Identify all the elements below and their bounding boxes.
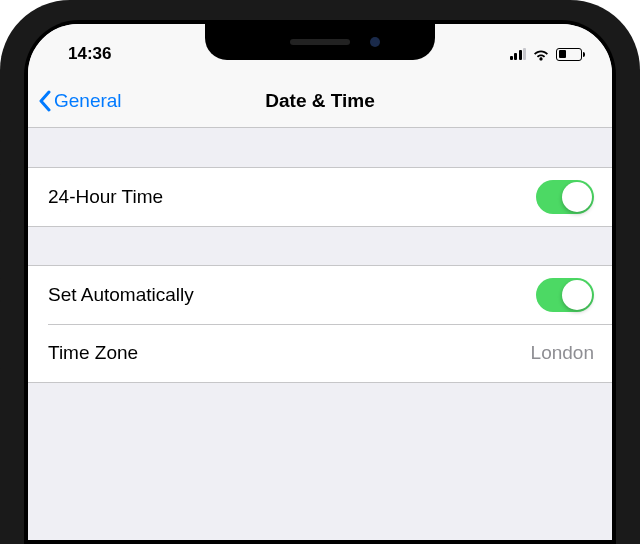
- wifi-icon: [532, 47, 550, 61]
- row-24-hour-time: 24-Hour Time: [28, 168, 612, 226]
- toggle-24-hour-time[interactable]: [536, 180, 594, 214]
- battery-icon: [556, 48, 582, 61]
- screen: 14:36 General D: [28, 24, 612, 540]
- row-label: Time Zone: [48, 342, 138, 364]
- back-button-label: General: [54, 90, 122, 112]
- row-set-automatically: Set Automatically: [28, 266, 612, 324]
- section-spacer: [28, 382, 612, 422]
- toggle-knob: [562, 280, 592, 310]
- device-bezel: 14:36 General D: [24, 20, 616, 544]
- volume-up-button: [0, 210, 1, 280]
- front-camera: [370, 37, 380, 47]
- clock: 14:36: [68, 44, 111, 64]
- time-zone-value: London: [531, 342, 594, 364]
- back-button[interactable]: General: [38, 90, 122, 112]
- mute-switch: [0, 140, 1, 176]
- chevron-left-icon: [38, 90, 52, 112]
- navigation-bar: General Date & Time: [28, 74, 612, 128]
- row-label: Set Automatically: [48, 284, 194, 306]
- section-spacer: [28, 128, 612, 168]
- cellular-signal-icon: [510, 48, 527, 60]
- device-frame: 14:36 General D: [0, 0, 640, 544]
- volume-down-button: [0, 300, 1, 370]
- battery-level: [559, 50, 566, 58]
- speaker-grille: [290, 39, 350, 45]
- toggle-knob: [562, 182, 592, 212]
- notch: [205, 24, 435, 60]
- row-label: 24-Hour Time: [48, 186, 163, 208]
- section-spacer: [28, 226, 612, 266]
- row-time-zone[interactable]: Time Zone London: [28, 324, 612, 382]
- page-title: Date & Time: [265, 90, 374, 112]
- status-right: [510, 47, 583, 61]
- toggle-set-automatically[interactable]: [536, 278, 594, 312]
